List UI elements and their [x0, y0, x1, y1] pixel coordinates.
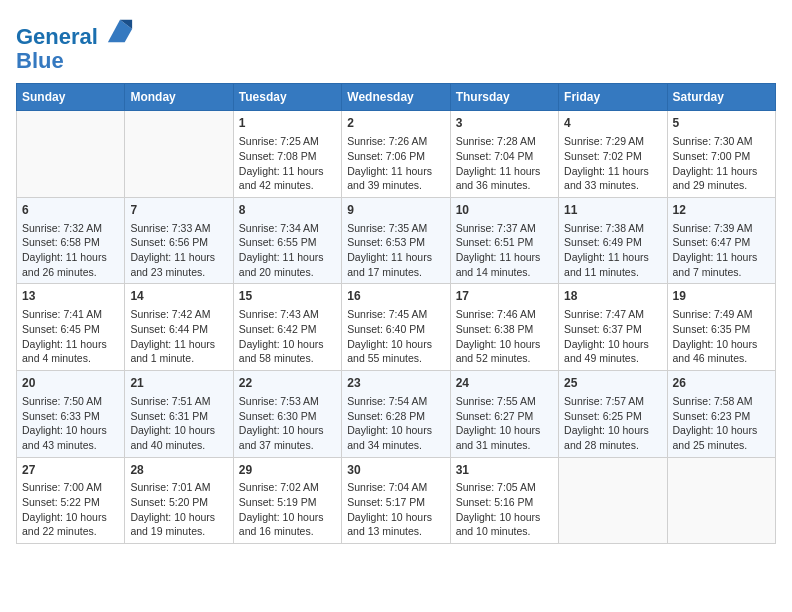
sunset-text: Sunset: 5:19 PM: [239, 495, 336, 510]
calendar-cell: 5Sunrise: 7:30 AMSunset: 7:00 PMDaylight…: [667, 111, 775, 198]
day-number: 4: [564, 115, 661, 132]
day-number: 26: [673, 375, 770, 392]
daylight-text: Daylight: 10 hours and 55 minutes.: [347, 337, 444, 366]
week-row-1: 1Sunrise: 7:25 AMSunset: 7:08 PMDaylight…: [17, 111, 776, 198]
daylight-text: Daylight: 11 hours and 42 minutes.: [239, 164, 336, 193]
daylight-text: Daylight: 10 hours and 58 minutes.: [239, 337, 336, 366]
sunrise-text: Sunrise: 7:37 AM: [456, 221, 553, 236]
sunset-text: Sunset: 7:06 PM: [347, 149, 444, 164]
daylight-text: Daylight: 11 hours and 33 minutes.: [564, 164, 661, 193]
daylight-text: Daylight: 11 hours and 39 minutes.: [347, 164, 444, 193]
daylight-text: Daylight: 11 hours and 23 minutes.: [130, 250, 227, 279]
day-number: 10: [456, 202, 553, 219]
sunset-text: Sunset: 6:30 PM: [239, 409, 336, 424]
day-number: 12: [673, 202, 770, 219]
calendar-cell: 3Sunrise: 7:28 AMSunset: 7:04 PMDaylight…: [450, 111, 558, 198]
sunrise-text: Sunrise: 7:32 AM: [22, 221, 119, 236]
sunset-text: Sunset: 6:47 PM: [673, 235, 770, 250]
day-number: 3: [456, 115, 553, 132]
daylight-text: Daylight: 10 hours and 13 minutes.: [347, 510, 444, 539]
day-header-friday: Friday: [559, 84, 667, 111]
sunrise-text: Sunrise: 7:35 AM: [347, 221, 444, 236]
day-number: 11: [564, 202, 661, 219]
calendar-cell: [125, 111, 233, 198]
calendar-cell: [667, 457, 775, 544]
daylight-text: Daylight: 11 hours and 14 minutes.: [456, 250, 553, 279]
calendar-cell: 30Sunrise: 7:04 AMSunset: 5:17 PMDayligh…: [342, 457, 450, 544]
sunrise-text: Sunrise: 7:45 AM: [347, 307, 444, 322]
sunset-text: Sunset: 6:56 PM: [130, 235, 227, 250]
sunset-text: Sunset: 6:28 PM: [347, 409, 444, 424]
sunset-text: Sunset: 5:22 PM: [22, 495, 119, 510]
sunset-text: Sunset: 6:27 PM: [456, 409, 553, 424]
sunrise-text: Sunrise: 7:38 AM: [564, 221, 661, 236]
calendar-cell: 9Sunrise: 7:35 AMSunset: 6:53 PMDaylight…: [342, 197, 450, 284]
sunrise-text: Sunrise: 7:53 AM: [239, 394, 336, 409]
daylight-text: Daylight: 10 hours and 10 minutes.: [456, 510, 553, 539]
sunrise-text: Sunrise: 7:29 AM: [564, 134, 661, 149]
week-row-3: 13Sunrise: 7:41 AMSunset: 6:45 PMDayligh…: [17, 284, 776, 371]
daylight-text: Daylight: 11 hours and 4 minutes.: [22, 337, 119, 366]
sunrise-text: Sunrise: 7:39 AM: [673, 221, 770, 236]
daylight-text: Daylight: 10 hours and 52 minutes.: [456, 337, 553, 366]
daylight-text: Daylight: 10 hours and 49 minutes.: [564, 337, 661, 366]
sunrise-text: Sunrise: 7:41 AM: [22, 307, 119, 322]
sunset-text: Sunset: 6:38 PM: [456, 322, 553, 337]
sunset-text: Sunset: 6:31 PM: [130, 409, 227, 424]
daylight-text: Daylight: 10 hours and 40 minutes.: [130, 423, 227, 452]
sunset-text: Sunset: 6:33 PM: [22, 409, 119, 424]
sunset-text: Sunset: 6:58 PM: [22, 235, 119, 250]
calendar-cell: 19Sunrise: 7:49 AMSunset: 6:35 PMDayligh…: [667, 284, 775, 371]
sunset-text: Sunset: 6:25 PM: [564, 409, 661, 424]
calendar-cell: 15Sunrise: 7:43 AMSunset: 6:42 PMDayligh…: [233, 284, 341, 371]
calendar-cell: 29Sunrise: 7:02 AMSunset: 5:19 PMDayligh…: [233, 457, 341, 544]
sunrise-text: Sunrise: 7:34 AM: [239, 221, 336, 236]
sunrise-text: Sunrise: 7:55 AM: [456, 394, 553, 409]
day-number: 28: [130, 462, 227, 479]
sunset-text: Sunset: 6:49 PM: [564, 235, 661, 250]
calendar-cell: 10Sunrise: 7:37 AMSunset: 6:51 PMDayligh…: [450, 197, 558, 284]
sunset-text: Sunset: 7:04 PM: [456, 149, 553, 164]
logo-icon: [106, 16, 134, 44]
calendar-cell: 27Sunrise: 7:00 AMSunset: 5:22 PMDayligh…: [17, 457, 125, 544]
week-row-5: 27Sunrise: 7:00 AMSunset: 5:22 PMDayligh…: [17, 457, 776, 544]
calendar-cell: 20Sunrise: 7:50 AMSunset: 6:33 PMDayligh…: [17, 371, 125, 458]
daylight-text: Daylight: 11 hours and 26 minutes.: [22, 250, 119, 279]
daylight-text: Daylight: 10 hours and 28 minutes.: [564, 423, 661, 452]
day-header-wednesday: Wednesday: [342, 84, 450, 111]
day-number: 15: [239, 288, 336, 305]
daylight-text: Daylight: 11 hours and 1 minute.: [130, 337, 227, 366]
sunrise-text: Sunrise: 7:46 AM: [456, 307, 553, 322]
daylight-text: Daylight: 10 hours and 34 minutes.: [347, 423, 444, 452]
calendar-cell: 14Sunrise: 7:42 AMSunset: 6:44 PMDayligh…: [125, 284, 233, 371]
day-number: 24: [456, 375, 553, 392]
sunrise-text: Sunrise: 7:50 AM: [22, 394, 119, 409]
day-number: 30: [347, 462, 444, 479]
calendar-cell: 6Sunrise: 7:32 AMSunset: 6:58 PMDaylight…: [17, 197, 125, 284]
daylight-text: Daylight: 10 hours and 43 minutes.: [22, 423, 119, 452]
calendar-cell: 23Sunrise: 7:54 AMSunset: 6:28 PMDayligh…: [342, 371, 450, 458]
sunrise-text: Sunrise: 7:54 AM: [347, 394, 444, 409]
day-number: 14: [130, 288, 227, 305]
sunset-text: Sunset: 6:42 PM: [239, 322, 336, 337]
calendar-cell: 25Sunrise: 7:57 AMSunset: 6:25 PMDayligh…: [559, 371, 667, 458]
calendar-cell: 4Sunrise: 7:29 AMSunset: 7:02 PMDaylight…: [559, 111, 667, 198]
calendar-cell: 16Sunrise: 7:45 AMSunset: 6:40 PMDayligh…: [342, 284, 450, 371]
calendar-cell: 7Sunrise: 7:33 AMSunset: 6:56 PMDaylight…: [125, 197, 233, 284]
day-header-tuesday: Tuesday: [233, 84, 341, 111]
daylight-text: Daylight: 10 hours and 25 minutes.: [673, 423, 770, 452]
day-number: 20: [22, 375, 119, 392]
daylight-text: Daylight: 10 hours and 22 minutes.: [22, 510, 119, 539]
daylight-text: Daylight: 10 hours and 37 minutes.: [239, 423, 336, 452]
calendar-cell: 31Sunrise: 7:05 AMSunset: 5:16 PMDayligh…: [450, 457, 558, 544]
sunset-text: Sunset: 7:02 PM: [564, 149, 661, 164]
day-number: 23: [347, 375, 444, 392]
sunset-text: Sunset: 6:23 PM: [673, 409, 770, 424]
sunset-text: Sunset: 5:16 PM: [456, 495, 553, 510]
calendar-cell: 18Sunrise: 7:47 AMSunset: 6:37 PMDayligh…: [559, 284, 667, 371]
day-number: 22: [239, 375, 336, 392]
calendar-table: SundayMondayTuesdayWednesdayThursdayFrid…: [16, 83, 776, 544]
daylight-text: Daylight: 11 hours and 17 minutes.: [347, 250, 444, 279]
day-number: 18: [564, 288, 661, 305]
day-number: 29: [239, 462, 336, 479]
